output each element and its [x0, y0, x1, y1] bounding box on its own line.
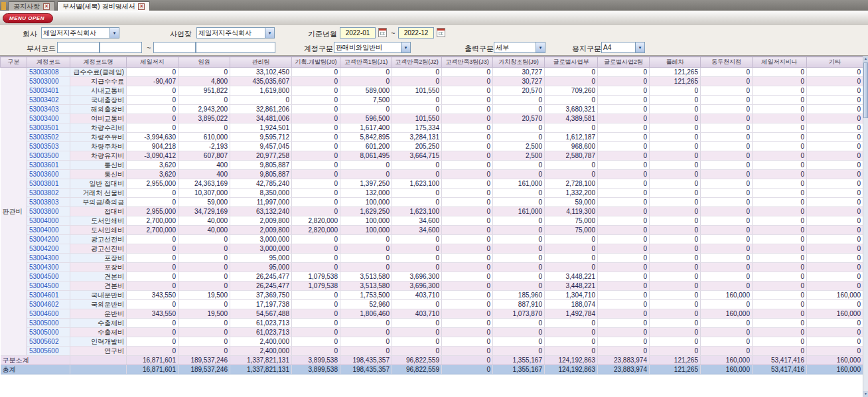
amount-cell[interactable]: 0	[127, 328, 179, 337]
amount-cell[interactable]: 0	[292, 263, 340, 272]
amount-cell[interactable]: 0	[292, 300, 340, 309]
amount-cell[interactable]: 0	[493, 216, 545, 226]
amount-cell[interactable]: 2,820,000	[292, 226, 340, 235]
amount-cell[interactable]: 100,000	[340, 198, 392, 207]
amount-cell[interactable]: 0	[807, 281, 863, 291]
amount-cell[interactable]: 0	[292, 142, 340, 151]
amount-cell[interactable]: 2,009,800	[230, 226, 292, 235]
amount-cell[interactable]: 0	[442, 337, 493, 347]
amount-cell[interactable]: 100,000	[340, 226, 392, 235]
amount-cell[interactable]: 0	[340, 170, 392, 179]
amount-cell[interactable]: 0	[179, 263, 230, 272]
amount-cell[interactable]: 0	[292, 189, 340, 198]
amount-cell[interactable]: 0	[493, 96, 545, 105]
amount-cell[interactable]: 0	[598, 105, 650, 114]
amount-cell[interactable]: 0	[442, 189, 493, 198]
group-cell[interactable]: 판관비	[1, 68, 27, 356]
amount-cell[interactable]: 0	[127, 96, 179, 105]
account-name[interactable]: 인력개발비	[70, 337, 127, 347]
amount-cell[interactable]: 4,800	[179, 77, 230, 86]
amount-cell[interactable]: 0	[493, 189, 545, 198]
amount-cell[interactable]: 0	[340, 105, 392, 114]
account-name[interactable]: 거래처 선물비	[70, 189, 127, 198]
amount-cell[interactable]: 7,500	[340, 96, 392, 105]
amount-cell[interactable]: 0	[442, 226, 493, 235]
account-code[interactable]: 53003008	[27, 68, 70, 77]
amount-cell[interactable]: 0	[807, 151, 863, 161]
amount-cell[interactable]: 607,807	[179, 151, 230, 161]
amount-cell[interactable]: 1,397,250	[340, 179, 392, 189]
amount-cell[interactable]: 0	[807, 105, 863, 114]
account-name[interactable]: 견본비	[70, 281, 127, 291]
amount-cell[interactable]: 1,924,501	[230, 123, 292, 133]
period-from-input[interactable]	[340, 27, 376, 39]
amount-cell[interactable]: 0	[442, 142, 493, 151]
amount-cell[interactable]: 0	[650, 161, 701, 170]
amount-cell[interactable]: 887,910	[493, 300, 545, 309]
amount-cell[interactable]: 0	[701, 170, 753, 179]
amount-cell[interactable]: 0	[292, 254, 340, 263]
amount-cell[interactable]: 53,417,416	[753, 356, 807, 365]
account-name[interactable]: 여비교통비	[70, 114, 127, 123]
amount-cell[interactable]: 4,389,581	[545, 114, 598, 123]
amount-cell[interactable]: 0	[127, 189, 179, 198]
column-header[interactable]: 제일저지비나	[753, 57, 807, 68]
account-name[interactable]: 포장비	[70, 263, 127, 272]
amount-cell[interactable]: 2,500	[493, 142, 545, 151]
amount-cell[interactable]: 0	[493, 244, 545, 254]
close-icon[interactable]: ✕	[138, 3, 145, 10]
amount-cell[interactable]: 96,822,559	[392, 356, 442, 365]
amount-cell[interactable]: 0	[650, 254, 701, 263]
amount-cell[interactable]: 0	[598, 207, 650, 216]
amount-cell[interactable]: 0	[545, 337, 598, 347]
amount-cell[interactable]: 3,620	[127, 170, 179, 179]
amount-cell[interactable]: 59,000	[179, 198, 230, 207]
amount-cell[interactable]: 0	[753, 123, 807, 133]
amount-cell[interactable]: 0	[753, 170, 807, 179]
amount-cell[interactable]: 0	[442, 161, 493, 170]
amount-cell[interactable]: 0	[753, 347, 807, 356]
amount-cell[interactable]: 0	[753, 309, 807, 319]
amount-cell[interactable]: 3,620	[127, 161, 179, 170]
tab-expense-report[interactable]: 부서별(세목) 경비명세서 ✕	[57, 1, 150, 11]
dept-from-code-input[interactable]	[57, 42, 100, 53]
amount-cell[interactable]: 0	[292, 207, 340, 216]
amount-cell[interactable]: 0	[292, 328, 340, 337]
amount-cell[interactable]: 161,000	[493, 179, 545, 189]
amount-cell[interactable]: 0	[442, 291, 493, 300]
column-header[interactable]: 플레차	[650, 57, 701, 68]
amount-cell[interactable]: 0	[392, 263, 442, 272]
amount-cell[interactable]: 0	[392, 254, 442, 263]
amount-cell[interactable]: 0	[340, 337, 392, 347]
account-code[interactable]: 53004200	[27, 235, 70, 244]
amount-cell[interactable]: 0	[807, 347, 863, 356]
amount-cell[interactable]: 403,710	[392, 309, 442, 319]
amount-cell[interactable]: 0	[340, 68, 392, 77]
amount-cell[interactable]: 2,700,000	[127, 226, 179, 235]
amount-cell[interactable]: 0	[442, 68, 493, 77]
amount-cell[interactable]: 0	[392, 337, 442, 347]
amount-cell[interactable]: 0	[292, 114, 340, 123]
amount-cell[interactable]: 0	[650, 198, 701, 207]
amount-cell[interactable]: 0	[650, 309, 701, 319]
account-code[interactable]: 53003501	[27, 123, 70, 133]
amount-cell[interactable]: 0	[701, 347, 753, 356]
amount-cell[interactable]: 2,700,000	[127, 216, 179, 226]
amount-cell[interactable]: 1,623,100	[392, 207, 442, 216]
amount-cell[interactable]: 0	[650, 96, 701, 105]
amount-cell[interactable]: 0	[650, 105, 701, 114]
amount-cell[interactable]: 53,417,416	[753, 365, 807, 374]
amount-cell[interactable]: 0	[753, 161, 807, 170]
amount-cell[interactable]: 0	[493, 235, 545, 244]
amount-cell[interactable]: 0	[442, 170, 493, 179]
amount-cell[interactable]: 61,023,713	[230, 328, 292, 337]
amount-cell[interactable]: 0	[392, 96, 442, 105]
account-name[interactable]	[70, 356, 127, 365]
amount-cell[interactable]: 0	[701, 105, 753, 114]
amount-cell[interactable]: 0	[807, 207, 863, 216]
amount-cell[interactable]: 0	[442, 263, 493, 272]
amount-cell[interactable]: 160,000	[701, 291, 753, 300]
amount-cell[interactable]: 0	[753, 114, 807, 123]
amount-cell[interactable]: 0	[598, 291, 650, 300]
menu-open-button[interactable]: MENU OPEN	[3, 13, 53, 23]
